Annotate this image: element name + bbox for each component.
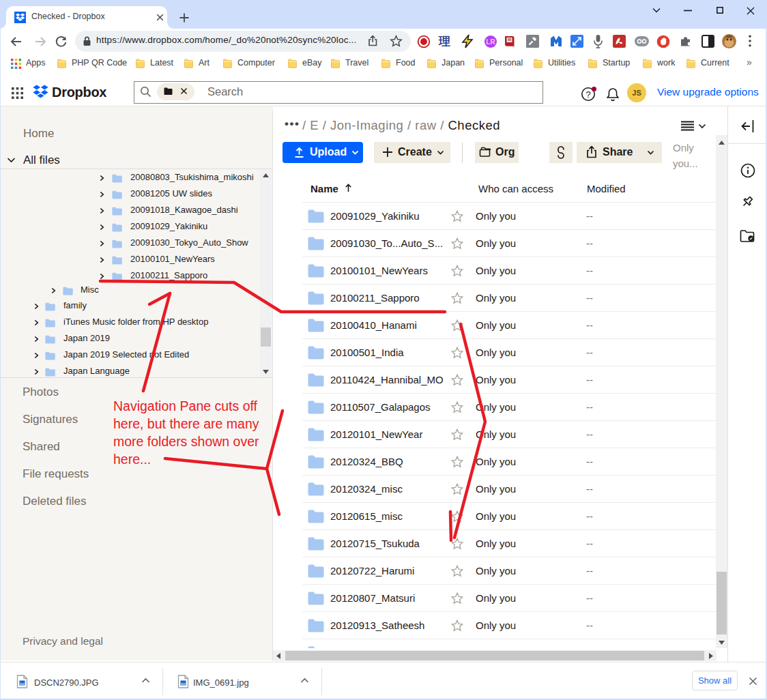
svg-text:?: ? xyxy=(585,89,590,100)
svg-text:LR: LR xyxy=(486,38,495,46)
